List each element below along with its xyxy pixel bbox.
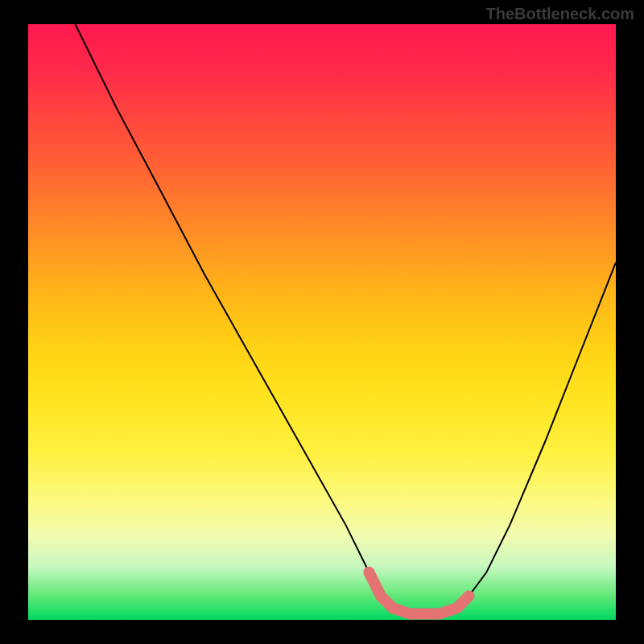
plot-area xyxy=(28,24,616,620)
chart-container: TheBottleneck.com xyxy=(0,0,644,644)
highlight-curve xyxy=(369,572,469,614)
watermark-text: TheBottleneck.com xyxy=(486,5,634,23)
main-curve xyxy=(75,24,616,614)
chart-svg xyxy=(28,24,616,620)
